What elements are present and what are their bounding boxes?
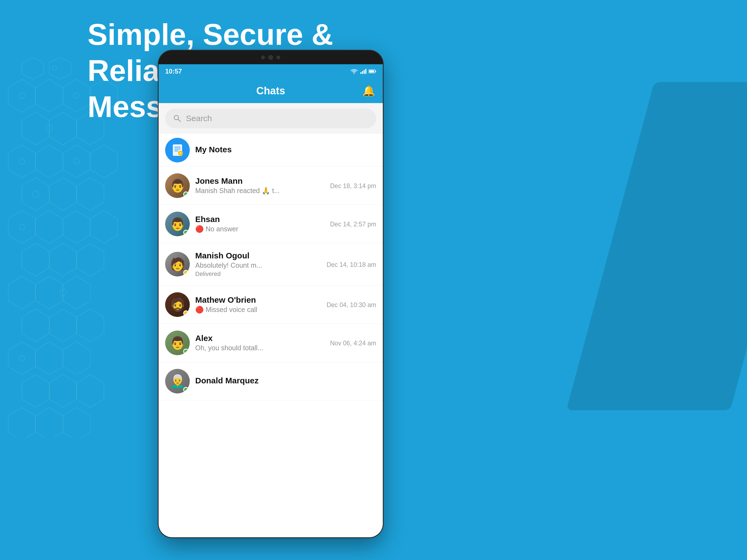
svg-point-27 <box>19 224 25 230</box>
shadow-decoration <box>566 82 747 410</box>
search-placeholder: Search <box>186 114 212 123</box>
jones-mann-right: Dec 18, 3:14 pm <box>330 181 376 190</box>
my-notes-name: My Notes <box>195 145 376 154</box>
svg-marker-20 <box>49 178 77 210</box>
chat-item-ehsan[interactable]: 👨 Ehsan 🔴 No answer Dec 14, 2:57 pm <box>159 205 383 243</box>
search-bar[interactable]: Search <box>165 108 376 128</box>
svg-marker-36 <box>49 309 77 342</box>
chat-item-jones-mann[interactable]: 👨 Jones Mann Manish Shah reacted 🙏 t... … <box>159 167 383 205</box>
tablet-camera-bar <box>159 51 383 64</box>
svg-marker-0 <box>22 57 44 79</box>
svg-line-56 <box>178 119 180 122</box>
svg-marker-4 <box>35 79 63 112</box>
mathew-obrien-online <box>183 310 189 316</box>
manish-ogoul-online <box>183 270 189 275</box>
mathew-obrien-time: Dec 04, 10:30 am <box>327 301 376 309</box>
jones-mann-name: Jones Mann <box>195 176 325 186</box>
svg-marker-28 <box>22 244 49 276</box>
svg-marker-44 <box>77 375 104 407</box>
manish-ogoul-delivered: Delivered <box>195 271 321 278</box>
svg-marker-42 <box>22 375 49 407</box>
svg-marker-33 <box>63 276 90 309</box>
chat-item-manish-ogoul[interactable]: 🧑 Manish Ogoul Absolutely! Count m... De… <box>159 243 383 285</box>
missed-call-icon: 🔴 <box>195 225 206 233</box>
manish-ogoul-info: Manish Ogoul Absolutely! Count m... Deli… <box>195 251 321 278</box>
camera-dot-right <box>277 55 280 59</box>
svg-point-17 <box>19 159 25 164</box>
svg-rect-54 <box>369 70 374 73</box>
donald-marquez-online <box>183 387 189 392</box>
svg-marker-31 <box>8 276 35 309</box>
svg-marker-9 <box>22 112 49 145</box>
svg-point-22 <box>32 191 39 198</box>
ehsan-avatar: 👨 <box>165 212 190 236</box>
manish-ogoul-right: Dec 14, 10:18 am <box>327 260 376 269</box>
ehsan-time: Dec 14, 2:57 pm <box>330 221 376 228</box>
donald-marquez-avatar: 👨‍🦳 <box>165 369 190 393</box>
manish-ogoul-preview: Absolutely! Count m... <box>195 261 321 269</box>
svg-marker-30 <box>77 244 104 276</box>
svg-rect-51 <box>365 69 366 74</box>
search-icon <box>173 114 182 123</box>
svg-point-7 <box>19 93 25 98</box>
donald-marquez-name: Donald Marquez <box>195 376 376 385</box>
chat-item-my-notes[interactable]: My Notes <box>159 134 383 167</box>
svg-marker-39 <box>35 342 63 375</box>
status-bar: 10:57 <box>159 64 383 78</box>
chat-item-alex[interactable]: 👨 Alex Oh, you should totall... Nov 06, … <box>159 324 383 362</box>
svg-marker-16 <box>90 145 118 178</box>
my-notes-info: My Notes <box>195 145 376 155</box>
svg-rect-50 <box>364 70 365 74</box>
svg-marker-5 <box>63 79 90 112</box>
svg-marker-24 <box>35 210 63 244</box>
alex-time: Nov 06, 4:24 am <box>330 339 376 347</box>
svg-marker-26 <box>90 210 118 244</box>
signal-icon <box>360 69 366 74</box>
svg-marker-43 <box>49 375 77 407</box>
camera-dot-left <box>261 55 265 59</box>
mathew-obrien-avatar: 🧔 <box>165 292 190 317</box>
ehsan-preview: 🔴 No answer <box>195 225 325 233</box>
battery-icon <box>368 69 376 74</box>
svg-point-8 <box>74 93 79 98</box>
tablet-device: 10:57 <box>159 51 383 537</box>
svg-marker-15 <box>63 145 90 178</box>
mathew-obrien-preview-text: Missed voice call <box>206 306 257 313</box>
bell-icon[interactable]: 🔔 <box>362 85 375 97</box>
svg-marker-35 <box>22 309 49 342</box>
chat-item-mathew-obrien[interactable]: 🧔 Mathew O'brien 🔴 Missed voice call Dec… <box>159 285 383 324</box>
jones-mann-preview: Manish Shah reacted 🙏 t... <box>195 187 325 195</box>
svg-marker-38 <box>8 342 35 375</box>
manish-ogoul-time: Dec 14, 10:18 am <box>327 261 376 269</box>
svg-marker-14 <box>35 145 63 178</box>
svg-rect-48 <box>360 72 361 74</box>
svg-marker-21 <box>77 178 104 210</box>
svg-point-41 <box>19 355 25 361</box>
svg-rect-49 <box>362 71 363 74</box>
my-notes-avatar <box>165 138 190 162</box>
status-icons <box>350 69 376 74</box>
notes-icon <box>171 143 184 157</box>
chat-item-donald-marquez[interactable]: 👨‍🦳 Donald Marquez <box>159 362 383 400</box>
svg-marker-45 <box>8 407 35 437</box>
manish-ogoul-avatar: 🧑 <box>165 252 190 276</box>
svg-marker-40 <box>63 342 90 375</box>
svg-marker-32 <box>35 276 63 309</box>
ehsan-right: Dec 14, 2:57 pm <box>330 220 376 228</box>
svg-marker-47 <box>63 407 90 437</box>
jones-mann-info: Jones Mann Manish Shah reacted 🙏 t... <box>195 176 325 195</box>
svg-marker-13 <box>8 145 35 178</box>
search-container: Search <box>159 103 383 134</box>
app-header: Chats 🔔 <box>159 78 383 103</box>
svg-point-2 <box>52 66 57 71</box>
chat-list: My Notes 👨 Jones Mann Manish Shah reacte… <box>159 134 383 400</box>
svg-marker-46 <box>35 407 63 437</box>
camera-dot-center <box>268 55 273 60</box>
alex-right: Nov 06, 4:24 am <box>330 338 376 347</box>
alex-preview: Oh, you should totall... <box>195 344 325 352</box>
donald-marquez-info: Donald Marquez <box>195 376 376 386</box>
svg-rect-53 <box>375 71 376 72</box>
alex-avatar: 👨 <box>165 331 190 355</box>
app-header-title: Chats <box>256 85 285 97</box>
jones-mann-time: Dec 18, 3:14 pm <box>330 182 376 190</box>
